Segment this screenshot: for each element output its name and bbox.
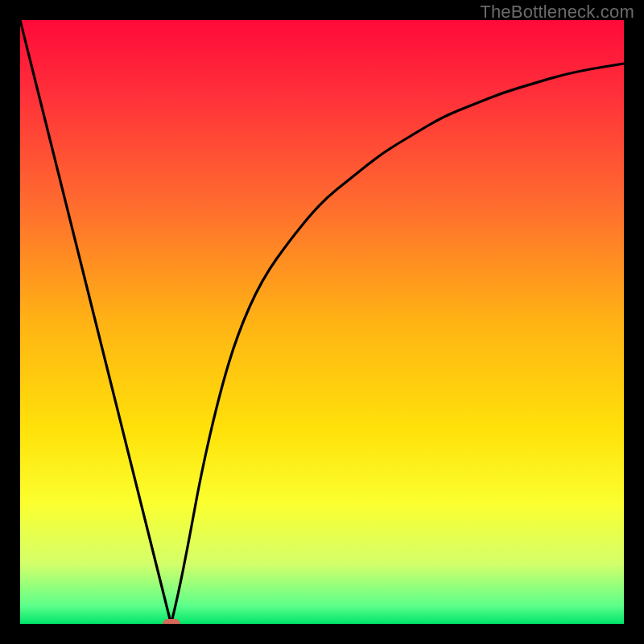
bottleneck-curve bbox=[20, 20, 624, 624]
plot-area bbox=[20, 20, 624, 624]
optimal-point-marker bbox=[163, 619, 180, 624]
chart-frame: TheBottleneck.com bbox=[0, 0, 644, 644]
